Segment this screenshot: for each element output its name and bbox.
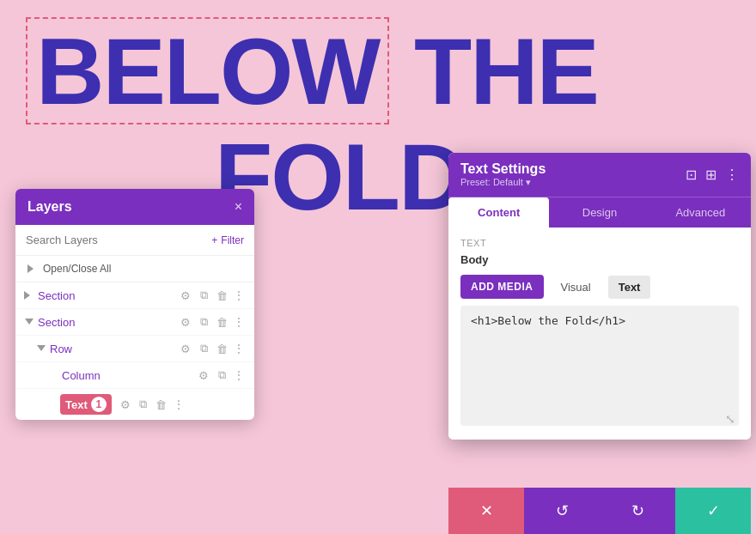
- text-layer-badge[interactable]: Text 1: [60, 394, 112, 415]
- add-media-button[interactable]: ADD MEDIA: [460, 275, 544, 299]
- column-label: Column: [62, 369, 193, 382]
- section1-icons: ⚙ ⧉ 🗑 ⋮: [179, 288, 246, 302]
- collapse-icon[interactable]: ⊞: [705, 167, 716, 183]
- text-duplicate-icon[interactable]: ⧉: [137, 397, 150, 411]
- section1-duplicate-icon[interactable]: ⧉: [197, 288, 210, 302]
- settings-tabs: Content Design Advanced: [448, 197, 751, 228]
- text-tab[interactable]: Text: [608, 276, 651, 299]
- layers-filter-button[interactable]: + Filter: [211, 234, 244, 246]
- column-settings-icon[interactable]: ⚙: [197, 368, 210, 382]
- column-more-icon[interactable]: ⋮: [233, 368, 246, 382]
- section1-settings-icon[interactable]: ⚙: [179, 288, 192, 302]
- filter-plus-icon: +: [211, 234, 217, 246]
- layers-search-input[interactable]: [26, 234, 204, 246]
- tab-advanced[interactable]: Advanced: [650, 197, 751, 228]
- settings-title-block: Text Settings Preset: Default ▾: [460, 161, 546, 188]
- text-badge-number: 1: [91, 397, 107, 412]
- layers-header: Layers ×: [15, 189, 254, 225]
- text-section-label: Text: [460, 238, 739, 248]
- section1-more-icon[interactable]: ⋮: [233, 288, 246, 302]
- the-text: THE: [389, 19, 598, 123]
- confirm-button[interactable]: ✓: [675, 488, 751, 534]
- section2-icons: ⚙ ⧉ 🗑 ⋮: [179, 315, 246, 329]
- tab-content[interactable]: Content: [448, 197, 549, 228]
- layer-row: Row ⚙ ⧉ 🗑 ⋮: [15, 336, 254, 362]
- section2-more-icon[interactable]: ⋮: [233, 315, 246, 329]
- layers-panel: Layers × + Filter Open/Close All Section…: [15, 189, 254, 420]
- text-settings-icon[interactable]: ⚙: [119, 397, 132, 411]
- resize-handle-icon[interactable]: ⤡: [725, 412, 735, 426]
- row-label: Row: [50, 343, 175, 355]
- section2-settings-icon[interactable]: ⚙: [179, 315, 192, 329]
- cancel-button[interactable]: ✕: [448, 488, 524, 534]
- boxed-below: BELOW: [26, 17, 389, 124]
- text-layer-icons: ⚙ ⧉ 🗑 ⋮: [119, 397, 186, 411]
- visual-tab[interactable]: Visual: [551, 276, 601, 299]
- settings-panel: Text Settings Preset: Default ▾ ⊡ ⊞ ⋮ Co…: [448, 153, 751, 440]
- text-more-icon[interactable]: ⋮: [173, 397, 186, 411]
- code-editor-container: <h1>Below the Fold</h1> ⤡: [460, 306, 739, 429]
- text-badge-label: Text: [65, 398, 88, 411]
- layers-close-button[interactable]: ×: [235, 199, 242, 215]
- layer-section-2: Section ⚙ ⧉ 🗑 ⋮: [15, 309, 254, 336]
- body-label: Body: [460, 253, 739, 266]
- toggle-icon: [27, 264, 38, 273]
- open-close-label: Open/Close All: [43, 263, 111, 275]
- action-bar: ✕ ↺ ↻ ✓: [448, 488, 751, 534]
- column-icons: ⚙ ⧉ ⋮: [197, 368, 246, 382]
- section1-toggle[interactable]: [24, 290, 34, 300]
- section2-delete-icon[interactable]: 🗑: [215, 315, 229, 329]
- code-editor[interactable]: <h1>Below the Fold</h1>: [460, 306, 739, 426]
- section2-toggle[interactable]: [24, 317, 34, 327]
- more-options-icon[interactable]: ⋮: [725, 167, 739, 183]
- row-toggle[interactable]: [36, 343, 46, 354]
- layers-search-row: + Filter: [15, 225, 254, 256]
- row-icons: ⚙ ⧉ 🗑 ⋮: [179, 342, 246, 355]
- section2-label: Section: [38, 316, 175, 329]
- row-more-icon[interactable]: ⋮: [233, 342, 246, 355]
- layers-title: Layers: [27, 199, 72, 215]
- section1-label: Section: [38, 289, 175, 302]
- editor-toolbar: ADD MEDIA Visual Text: [460, 275, 739, 299]
- section2-duplicate-icon[interactable]: ⧉: [197, 315, 210, 329]
- layer-text-row: Text 1 ⚙ ⧉ 🗑 ⋮: [15, 389, 254, 420]
- settings-preset[interactable]: Preset: Default ▾: [460, 177, 546, 188]
- undo-button[interactable]: ↺: [524, 488, 600, 534]
- settings-title: Text Settings: [460, 161, 546, 177]
- column-duplicate-icon[interactable]: ⧉: [215, 368, 229, 382]
- row-delete-icon[interactable]: 🗑: [215, 342, 229, 355]
- redo-button[interactable]: ↻: [600, 488, 675, 534]
- row-settings-icon[interactable]: ⚙: [179, 342, 192, 355]
- layer-column: Column ⚙ ⧉ ⋮: [15, 362, 254, 389]
- column-toggle[interactable]: [48, 370, 58, 380]
- row-duplicate-icon[interactable]: ⧉: [197, 342, 210, 355]
- section1-delete-icon[interactable]: 🗑: [215, 288, 229, 302]
- expand-icon[interactable]: ⊡: [686, 167, 697, 183]
- filter-label: Filter: [221, 234, 244, 246]
- settings-header: Text Settings Preset: Default ▾ ⊡ ⊞ ⋮: [448, 153, 751, 197]
- tab-design[interactable]: Design: [549, 197, 649, 228]
- layer-section-1: Section ⚙ ⧉ 🗑 ⋮: [15, 282, 254, 309]
- text-delete-icon[interactable]: 🗑: [155, 397, 168, 411]
- open-close-all[interactable]: Open/Close All: [15, 256, 254, 282]
- settings-content: Text Body ADD MEDIA Visual Text <h1>Belo…: [448, 228, 751, 440]
- settings-header-icons: ⊡ ⊞ ⋮: [686, 167, 739, 183]
